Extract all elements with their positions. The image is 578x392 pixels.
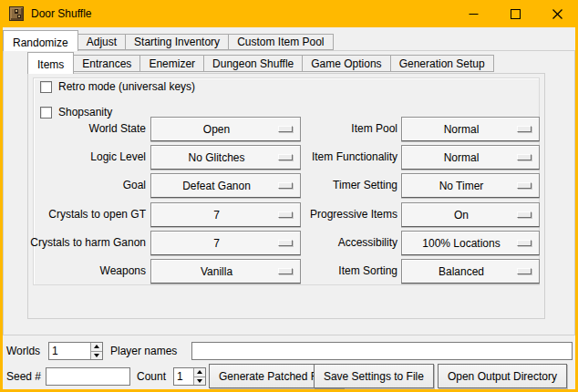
item-sorting-dropdown[interactable]: Balanced (401, 259, 540, 284)
main-tabbar: Randomize Adjust Starting Inventory Cust… (3, 30, 334, 51)
save-settings-button[interactable]: Save Settings to File (314, 364, 434, 388)
goal-label: Goal (21, 173, 146, 198)
dropdown-indicator-icon (517, 126, 532, 132)
dropdown-indicator-icon (517, 182, 532, 189)
sub-tabbar: Items Entrances Enemizer Dungeon Shuffle… (27, 52, 494, 74)
down-arrow-icon (197, 379, 202, 383)
up-arrow-icon (94, 345, 99, 348)
tab-adjust[interactable]: Adjust (77, 34, 126, 50)
maximize-button[interactable] (494, 0, 536, 27)
item-functionality-dropdown[interactable]: Normal (401, 145, 540, 170)
crystals-ganon-value: 7 (213, 237, 220, 250)
accessibility-label: Accessibility (249, 231, 397, 255)
count-label: Count (137, 365, 166, 388)
tab-dungeon-shuffle[interactable]: Dungeon Shuffle (203, 55, 303, 72)
item-pool-value: Normal (444, 123, 480, 136)
tab-generation-setup[interactable]: Generation Setup (390, 55, 494, 72)
count-spin-down-button[interactable] (193, 377, 205, 386)
player-names-label: Player names (110, 341, 177, 361)
item-sorting-value: Balanced (439, 265, 484, 278)
crystals-gt-value: 7 (213, 209, 220, 222)
retro-mode-checkbox[interactable] (40, 81, 52, 93)
dropdown-indicator-icon (517, 154, 532, 160)
close-icon (552, 9, 563, 19)
bottom-right-buttons: Save Settings to File Open Output Direct… (314, 364, 567, 388)
close-button[interactable] (536, 0, 578, 27)
tab-custom-item-pool[interactable]: Custom Item Pool (228, 34, 333, 50)
retro-mode-label: Retro mode (universal keys) (58, 81, 195, 93)
accessibility-dropdown[interactable]: 100% Locations (401, 231, 540, 255)
minimize-button[interactable] (452, 0, 494, 27)
worlds-value: 1 (52, 343, 58, 359)
up-arrow-icon (197, 370, 202, 374)
accessibility-value: 100% Locations (422, 237, 500, 250)
seed-input[interactable] (46, 367, 130, 386)
progressive-items-label: Progressive Items (249, 202, 397, 227)
count-spin-up-button[interactable] (193, 368, 205, 377)
worlds-spinbox[interactable]: 1 (48, 342, 103, 360)
tab-starting-inventory[interactable]: Starting Inventory (125, 34, 229, 50)
minimize-icon (469, 9, 479, 19)
titlebar: Door Shuffle (0, 0, 578, 27)
worlds-spin-down-button[interactable] (90, 351, 102, 360)
count-spinbox[interactable]: 1 (173, 367, 206, 386)
weapons-label: Weapons (21, 259, 146, 284)
app-door-icon (9, 6, 24, 21)
crystals-ganon-label: Crystals to harm Ganon (21, 231, 146, 255)
worlds-spin-up-button[interactable] (90, 343, 102, 351)
logic-level-label: Logic Level (21, 145, 146, 170)
item-pool-dropdown[interactable]: Normal (401, 117, 540, 141)
caption-buttons (452, 0, 578, 27)
timer-setting-dropdown[interactable]: No Timer (401, 173, 540, 198)
tab-items[interactable]: Items (27, 52, 74, 74)
item-pool-label: Item Pool (249, 117, 397, 141)
world-state-value: Open (203, 123, 230, 136)
app-window: Door Shuffle Randomize (0, 0, 578, 392)
tab-entrances[interactable]: Entrances (73, 55, 140, 72)
open-output-directory-button[interactable]: Open Output Directory (438, 364, 567, 388)
dropdown-indicator-icon (517, 268, 532, 274)
worlds-spin-buttons (90, 343, 102, 359)
dropdown-indicator-icon (517, 240, 532, 246)
seed-label: Seed # (6, 365, 41, 388)
weapons-value: Vanilla (201, 265, 232, 278)
tab-game-options[interactable]: Game Options (302, 55, 390, 72)
player-names-input[interactable] (191, 342, 573, 360)
timer-setting-value: No Timer (439, 180, 484, 192)
maximize-icon (511, 9, 521, 19)
tab-enemizer[interactable]: Enemizer (139, 55, 204, 72)
crystals-gt-label: Crystals to open GT (21, 202, 146, 227)
progressive-items-dropdown[interactable]: On (401, 202, 540, 227)
item-sorting-label: Item Sorting (249, 259, 397, 284)
window-title: Door Shuffle (31, 7, 92, 20)
timer-setting-label: Timer Setting (249, 173, 397, 198)
item-functionality-value: Normal (444, 151, 480, 164)
progressive-items-value: On (454, 209, 469, 222)
goal-value: Defeat Ganon (182, 180, 251, 192)
worlds-label: Worlds (6, 341, 40, 361)
client-area: Randomize Adjust Starting Inventory Cust… (3, 27, 575, 389)
retro-mode-checkbox-row[interactable]: Retro mode (universal keys) (40, 81, 195, 93)
count-spin-buttons (193, 368, 205, 385)
world-state-label: World State (21, 117, 146, 141)
down-arrow-icon (94, 354, 99, 357)
tab-randomize[interactable]: Randomize (3, 30, 78, 51)
logic-level-value: No Glitches (188, 151, 244, 164)
count-value: 1 (177, 368, 183, 385)
item-functionality-label: Item Functionality (249, 145, 397, 170)
dropdown-indicator-icon (517, 211, 532, 218)
